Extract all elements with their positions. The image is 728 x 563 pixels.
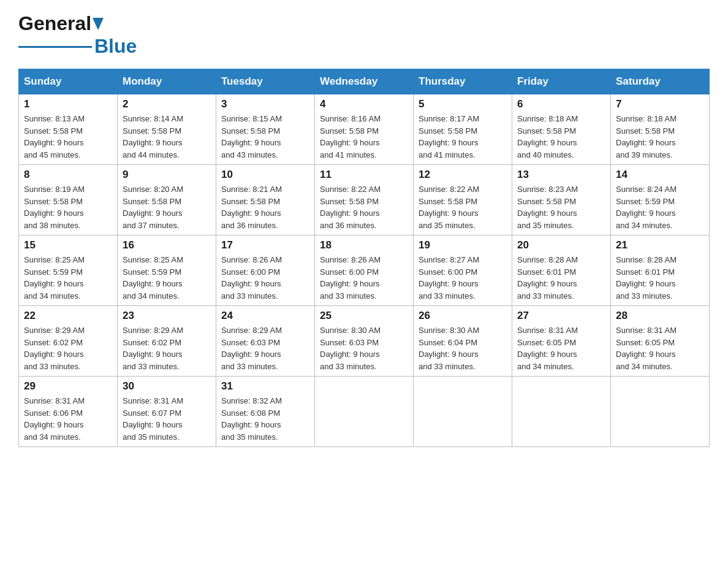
day-number: 1 <box>24 98 112 110</box>
day-info: Sunrise: 8:26 AM Sunset: 6:00 PM Dayligh… <box>320 255 381 301</box>
day-info: Sunrise: 8:14 AM Sunset: 5:58 PM Dayligh… <box>123 114 183 159</box>
day-number: 14 <box>616 169 704 181</box>
calendar-cell: 30 Sunrise: 8:31 AM Sunset: 6:07 PM Dayl… <box>118 377 216 447</box>
day-number: 9 <box>123 169 211 181</box>
calendar-cell: 14 Sunrise: 8:24 AM Sunset: 5:59 PM Dayl… <box>611 165 710 236</box>
calendar-cell: 9 Sunrise: 8:20 AM Sunset: 5:58 PM Dayli… <box>118 165 216 236</box>
calendar-cell: 28 Sunrise: 8:31 AM Sunset: 6:05 PM Dayl… <box>611 306 710 377</box>
day-number: 26 <box>419 310 507 322</box>
day-info: Sunrise: 8:30 AM Sunset: 6:03 PM Dayligh… <box>320 326 381 371</box>
calendar-cell: 24 Sunrise: 8:29 AM Sunset: 6:03 PM Dayl… <box>216 306 315 377</box>
calendar-cell: 23 Sunrise: 8:29 AM Sunset: 6:02 PM Dayl… <box>118 306 216 377</box>
calendar-cell: 18 Sunrise: 8:26 AM Sunset: 6:00 PM Dayl… <box>315 236 414 306</box>
day-info: Sunrise: 8:29 AM Sunset: 6:03 PM Dayligh… <box>221 326 282 371</box>
day-number: 28 <box>616 310 704 322</box>
day-number: 13 <box>517 169 605 181</box>
day-info: Sunrise: 8:24 AM Sunset: 5:59 PM Dayligh… <box>616 185 677 230</box>
day-info: Sunrise: 8:22 AM Sunset: 5:58 PM Dayligh… <box>419 185 479 230</box>
calendar-cell: 12 Sunrise: 8:22 AM Sunset: 5:58 PM Dayl… <box>414 165 512 236</box>
day-number: 31 <box>221 380 309 393</box>
day-number: 30 <box>123 380 211 393</box>
calendar-cell: 7 Sunrise: 8:18 AM Sunset: 5:58 PM Dayli… <box>611 94 710 165</box>
calendar-cell: 21 Sunrise: 8:28 AM Sunset: 6:01 PM Dayl… <box>611 236 710 306</box>
day-number: 23 <box>123 310 211 322</box>
page-header: General Blue <box>18 12 710 58</box>
day-header-monday: Monday <box>118 69 216 94</box>
day-info: Sunrise: 8:17 AM Sunset: 5:58 PM Dayligh… <box>419 114 479 159</box>
calendar-cell: 1 Sunrise: 8:13 AM Sunset: 5:58 PM Dayli… <box>19 94 118 165</box>
calendar-cell: 25 Sunrise: 8:30 AM Sunset: 6:03 PM Dayl… <box>315 306 414 377</box>
day-number: 18 <box>320 239 408 251</box>
calendar-cell: 17 Sunrise: 8:26 AM Sunset: 6:00 PM Dayl… <box>216 236 315 306</box>
day-info: Sunrise: 8:28 AM Sunset: 6:01 PM Dayligh… <box>616 255 677 301</box>
day-number: 10 <box>221 169 309 181</box>
day-number: 21 <box>616 239 704 251</box>
calendar-cell: 8 Sunrise: 8:19 AM Sunset: 5:58 PM Dayli… <box>19 165 118 236</box>
day-info: Sunrise: 8:27 AM Sunset: 6:00 PM Dayligh… <box>419 255 479 301</box>
day-number: 3 <box>221 98 309 110</box>
calendar-cell: 29 Sunrise: 8:31 AM Sunset: 6:06 PM Dayl… <box>19 377 118 447</box>
day-info: Sunrise: 8:13 AM Sunset: 5:58 PM Dayligh… <box>24 114 85 159</box>
calendar-cell <box>611 377 710 447</box>
day-number: 11 <box>320 169 408 181</box>
day-header-sunday: Sunday <box>19 69 118 94</box>
day-info: Sunrise: 8:18 AM Sunset: 5:58 PM Dayligh… <box>616 114 677 159</box>
day-number: 24 <box>221 310 309 322</box>
calendar-cell: 6 Sunrise: 8:18 AM Sunset: 5:58 PM Dayli… <box>512 94 611 165</box>
calendar-cell: 2 Sunrise: 8:14 AM Sunset: 5:58 PM Dayli… <box>118 94 216 165</box>
day-info: Sunrise: 8:29 AM Sunset: 6:02 PM Dayligh… <box>123 326 183 371</box>
day-info: Sunrise: 8:30 AM Sunset: 6:04 PM Dayligh… <box>419 326 479 371</box>
day-info: Sunrise: 8:19 AM Sunset: 5:58 PM Dayligh… <box>24 185 85 230</box>
day-info: Sunrise: 8:31 AM Sunset: 6:05 PM Dayligh… <box>616 326 677 371</box>
day-info: Sunrise: 8:31 AM Sunset: 6:06 PM Dayligh… <box>24 396 85 442</box>
day-number: 4 <box>320 98 408 110</box>
day-number: 19 <box>419 239 507 251</box>
calendar-cell <box>414 377 512 447</box>
day-number: 2 <box>123 98 211 110</box>
day-info: Sunrise: 8:26 AM Sunset: 6:00 PM Dayligh… <box>221 255 282 301</box>
day-number: 16 <box>123 239 211 251</box>
calendar-cell: 10 Sunrise: 8:21 AM Sunset: 5:58 PM Dayl… <box>216 165 315 236</box>
calendar-cell: 27 Sunrise: 8:31 AM Sunset: 6:05 PM Dayl… <box>512 306 611 377</box>
calendar-cell: 16 Sunrise: 8:25 AM Sunset: 5:59 PM Dayl… <box>118 236 216 306</box>
calendar-cell: 15 Sunrise: 8:25 AM Sunset: 5:59 PM Dayl… <box>19 236 118 306</box>
day-info: Sunrise: 8:31 AM Sunset: 6:05 PM Dayligh… <box>517 326 578 371</box>
day-header-tuesday: Tuesday <box>216 69 315 94</box>
day-header-thursday: Thursday <box>414 69 512 94</box>
calendar-cell: 26 Sunrise: 8:30 AM Sunset: 6:04 PM Dayl… <box>414 306 512 377</box>
svg-marker-0 <box>93 18 104 30</box>
day-number: 15 <box>24 239 112 251</box>
day-info: Sunrise: 8:31 AM Sunset: 6:07 PM Dayligh… <box>123 396 183 442</box>
calendar-table: SundayMondayTuesdayWednesdayThursdayFrid… <box>18 69 710 447</box>
day-info: Sunrise: 8:20 AM Sunset: 5:58 PM Dayligh… <box>123 185 183 230</box>
day-info: Sunrise: 8:29 AM Sunset: 6:02 PM Dayligh… <box>24 326 85 371</box>
calendar-cell: 31 Sunrise: 8:32 AM Sunset: 6:08 PM Dayl… <box>216 377 315 447</box>
day-number: 8 <box>24 169 112 181</box>
calendar-cell: 13 Sunrise: 8:23 AM Sunset: 5:58 PM Dayl… <box>512 165 611 236</box>
day-number: 12 <box>419 169 507 181</box>
day-number: 6 <box>517 98 605 110</box>
calendar-cell: 20 Sunrise: 8:28 AM Sunset: 6:01 PM Dayl… <box>512 236 611 306</box>
calendar-cell <box>512 377 611 447</box>
day-header-saturday: Saturday <box>611 69 710 94</box>
day-info: Sunrise: 8:23 AM Sunset: 5:58 PM Dayligh… <box>517 185 578 230</box>
day-info: Sunrise: 8:15 AM Sunset: 5:58 PM Dayligh… <box>221 114 282 159</box>
day-number: 5 <box>419 98 507 110</box>
day-header-wednesday: Wednesday <box>315 69 414 94</box>
calendar-cell: 4 Sunrise: 8:16 AM Sunset: 5:58 PM Dayli… <box>315 94 414 165</box>
logo-blue-text: Blue <box>94 35 137 58</box>
day-info: Sunrise: 8:28 AM Sunset: 6:01 PM Dayligh… <box>517 255 578 301</box>
day-number: 27 <box>517 310 605 322</box>
calendar-cell: 19 Sunrise: 8:27 AM Sunset: 6:00 PM Dayl… <box>414 236 512 306</box>
day-number: 25 <box>320 310 408 322</box>
day-number: 29 <box>24 380 112 393</box>
day-info: Sunrise: 8:32 AM Sunset: 6:08 PM Dayligh… <box>221 396 282 442</box>
logo-triangle-icon <box>93 18 104 33</box>
day-number: 20 <box>517 239 605 251</box>
logo: General Blue <box>18 12 137 58</box>
day-info: Sunrise: 8:18 AM Sunset: 5:58 PM Dayligh… <box>517 114 578 159</box>
day-info: Sunrise: 8:22 AM Sunset: 5:58 PM Dayligh… <box>320 185 381 230</box>
day-info: Sunrise: 8:25 AM Sunset: 5:59 PM Dayligh… <box>24 255 85 301</box>
day-info: Sunrise: 8:16 AM Sunset: 5:58 PM Dayligh… <box>320 114 381 159</box>
logo-general-text: General <box>18 12 91 35</box>
